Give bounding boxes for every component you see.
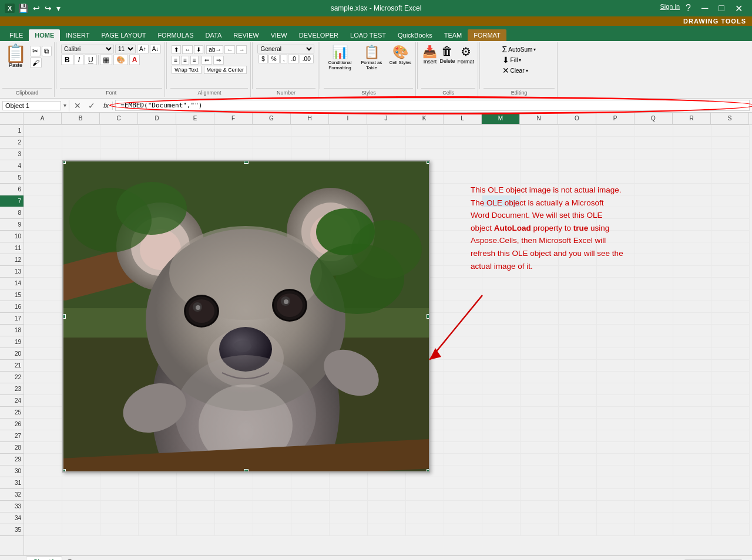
- cell-Q14[interactable]: [635, 278, 673, 289]
- cell-D31[interactable]: [139, 477, 177, 489]
- cell-D33[interactable]: [139, 501, 177, 512]
- close-button[interactable]: ✕: [730, 3, 747, 14]
- cell-P29[interactable]: [597, 454, 635, 465]
- cell-N27[interactable]: [521, 430, 559, 442]
- sheet-tab-sheet1[interactable]: Sheet1: [26, 556, 62, 560]
- cell-L5[interactable]: [444, 172, 482, 184]
- ole-object[interactable]: [62, 160, 430, 473]
- cell-L27[interactable]: [444, 430, 482, 442]
- cell-C3[interactable]: [100, 149, 139, 160]
- row-header-29[interactable]: 29: [0, 454, 24, 465]
- cell-P3[interactable]: [597, 149, 635, 160]
- col-header-s[interactable]: S: [711, 113, 749, 124]
- cell-P17[interactable]: [597, 313, 635, 325]
- cell-Q28[interactable]: [635, 442, 673, 454]
- cell-E35[interactable]: [177, 524, 215, 536]
- cell-R32[interactable]: [673, 489, 711, 501]
- cell-K2[interactable]: [406, 137, 444, 149]
- maximize-button[interactable]: □: [714, 3, 729, 14]
- cell-F31[interactable]: [215, 477, 253, 489]
- cell-N1[interactable]: [521, 125, 559, 137]
- cell-R25[interactable]: [673, 407, 711, 419]
- cell-F35[interactable]: [215, 524, 253, 536]
- cell-H32[interactable]: [291, 489, 330, 501]
- cell-R35[interactable]: [673, 524, 711, 536]
- align-left-button[interactable]: ≡: [172, 56, 180, 65]
- cell-R14[interactable]: [673, 278, 711, 289]
- cell-N22[interactable]: [521, 372, 559, 383]
- font-size-increase-button[interactable]: A↑: [137, 45, 149, 53]
- cell-M23[interactable]: [482, 383, 521, 395]
- cell-N18[interactable]: [521, 325, 559, 336]
- cell-S21[interactable]: [711, 360, 750, 372]
- cell-E1[interactable]: [177, 125, 215, 137]
- decimal-increase-button[interactable]: .00: [300, 55, 314, 63]
- cell-A18[interactable]: [24, 325, 62, 336]
- cell-J2[interactable]: [368, 137, 406, 149]
- cell-L24[interactable]: [444, 395, 482, 407]
- ltr-button[interactable]: ⇒: [213, 56, 224, 65]
- row-header-16[interactable]: 16: [0, 301, 24, 313]
- cell-O15[interactable]: [559, 289, 597, 301]
- cell-R30[interactable]: [673, 465, 711, 477]
- cell-A24[interactable]: [24, 395, 62, 407]
- cell-Q26[interactable]: [635, 419, 673, 430]
- cell-A31[interactable]: [24, 477, 62, 489]
- cancel-formula-button[interactable]: ✕: [72, 101, 83, 110]
- row-header-25[interactable]: 25: [0, 407, 24, 419]
- cell-I34[interactable]: [330, 512, 368, 524]
- delete-cells-button[interactable]: 🗑 Delete: [439, 45, 455, 64]
- cell-A1[interactable]: [24, 125, 62, 137]
- cell-L25[interactable]: [444, 407, 482, 419]
- confirm-formula-button[interactable]: ✓: [86, 101, 98, 110]
- row-header-15[interactable]: 15: [0, 289, 24, 301]
- help-button[interactable]: ?: [681, 3, 696, 14]
- cell-O16[interactable]: [559, 301, 597, 313]
- cell-P35[interactable]: [597, 524, 635, 536]
- cell-D32[interactable]: [139, 489, 177, 501]
- cell-P15[interactable]: [597, 289, 635, 301]
- cell-Q29[interactable]: [635, 454, 673, 465]
- col-header-n[interactable]: N: [520, 113, 558, 124]
- resize-handle-nw[interactable]: [62, 160, 66, 164]
- borders-button[interactable]: ▦: [100, 55, 112, 65]
- cell-A14[interactable]: [24, 278, 62, 289]
- resize-handle-n[interactable]: [244, 160, 249, 164]
- cell-O5[interactable]: [559, 172, 597, 184]
- cell-Q20[interactable]: [635, 348, 673, 360]
- paste-button[interactable]: 📋 Paste: [2, 43, 29, 69]
- cell-Q30[interactable]: [635, 465, 673, 477]
- cell-G31[interactable]: [253, 477, 291, 489]
- cell-P4[interactable]: [597, 160, 635, 172]
- format-as-table-button[interactable]: 📋 Format as Table: [357, 45, 386, 70]
- tab-formulas[interactable]: FORMULAS: [152, 29, 199, 41]
- cell-K34[interactable]: [406, 512, 444, 524]
- cell-L30[interactable]: [444, 465, 482, 477]
- cell-A29[interactable]: [24, 454, 62, 465]
- cell-I3[interactable]: [330, 149, 368, 160]
- cell-Q21[interactable]: [635, 360, 673, 372]
- row-header-21[interactable]: 21: [0, 360, 24, 372]
- cell-M4[interactable]: [482, 160, 521, 172]
- cell-A20[interactable]: [24, 348, 62, 360]
- cell-L22[interactable]: [444, 372, 482, 383]
- col-header-d[interactable]: D: [138, 113, 176, 124]
- col-header-o[interactable]: O: [558, 113, 596, 124]
- cell-J3[interactable]: [368, 149, 406, 160]
- cell-M14[interactable]: [482, 278, 521, 289]
- cell-O28[interactable]: [559, 442, 597, 454]
- cell-R21[interactable]: [673, 360, 711, 372]
- cell-P34[interactable]: [597, 512, 635, 524]
- cell-S32[interactable]: [711, 489, 750, 501]
- col-header-e[interactable]: E: [176, 113, 214, 124]
- row-header-35[interactable]: 35: [0, 524, 24, 536]
- cell-N17[interactable]: [521, 313, 559, 325]
- cell-S34[interactable]: [711, 512, 750, 524]
- sign-in-link[interactable]: Sign in: [660, 3, 680, 14]
- cell-L1[interactable]: [444, 125, 482, 137]
- cell-Q31[interactable]: [635, 477, 673, 489]
- cell-P22[interactable]: [597, 372, 635, 383]
- fill-color-button[interactable]: 🎨: [113, 55, 128, 65]
- row-header-14[interactable]: 14: [0, 278, 24, 289]
- col-header-j[interactable]: J: [367, 113, 405, 124]
